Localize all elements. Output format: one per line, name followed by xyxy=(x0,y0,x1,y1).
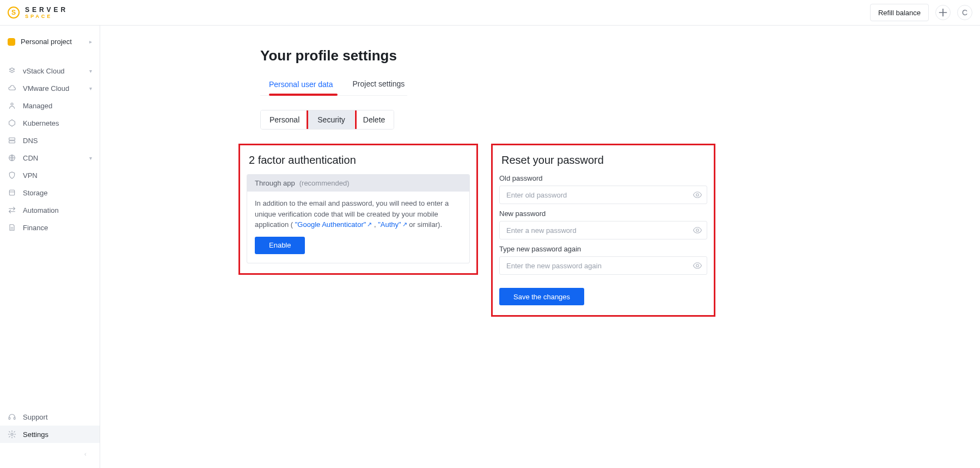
sidebar-item-settings[interactable]: Settings xyxy=(0,426,100,443)
svg-point-2 xyxy=(11,103,13,105)
project-color-icon xyxy=(8,38,15,46)
finance-icon xyxy=(8,223,16,232)
sidebar-footer: Support Settings xyxy=(0,408,100,468)
sidebar-item-label: CDN xyxy=(23,154,38,162)
plus-icon xyxy=(936,5,950,20)
svg-marker-3 xyxy=(9,120,15,126)
sidebar-item-label: Automation xyxy=(23,206,59,214)
gear-icon xyxy=(8,430,16,439)
chevron-down-icon: ▾ xyxy=(89,155,92,161)
sidebar-item-label: VPN xyxy=(23,171,38,180)
two-factor-description: In addition to the email and password, y… xyxy=(247,192,469,263)
svg-rect-12 xyxy=(14,417,15,420)
sidebar-item-managed[interactable]: Managed xyxy=(0,97,100,114)
toggle-visibility-button[interactable] xyxy=(692,189,703,200)
sidebar-item-label: Kubernetes xyxy=(23,119,59,127)
user-avatar[interactable]: C xyxy=(957,5,972,20)
svg-rect-4 xyxy=(9,138,15,140)
two-factor-tab-through-app[interactable]: Through app (recommended) xyxy=(247,175,469,192)
external-link-icon: ↗ xyxy=(402,220,407,229)
enable-2fa-button[interactable]: Enable xyxy=(255,237,305,254)
sidebar-item-label: Storage xyxy=(23,189,48,197)
chevron-down-icon: ▾ xyxy=(89,68,92,74)
external-link-icon: ↗ xyxy=(367,220,372,229)
sidebar-item-cdn[interactable]: CDN ▾ xyxy=(0,149,100,167)
sidebar-item-vmware-cloud[interactable]: VMware Cloud ▾ xyxy=(0,79,100,97)
refill-balance-button[interactable]: Refill balance xyxy=(870,4,929,21)
automation-icon xyxy=(8,206,16,214)
svg-rect-5 xyxy=(9,141,15,143)
cloud-icon xyxy=(8,84,16,93)
add-button[interactable] xyxy=(935,5,951,20)
sidebar-item-dns[interactable]: DNS xyxy=(0,132,100,149)
confirm-password-label: Type new password again xyxy=(499,245,707,253)
sidebar-item-label: VMware Cloud xyxy=(23,84,69,93)
profile-subnav: Personal Security Delete xyxy=(260,110,394,130)
top-actions: Refill balance C xyxy=(870,4,972,21)
eye-icon xyxy=(693,261,702,270)
project-name: Personal project xyxy=(21,38,72,46)
page-title: Your profile settings xyxy=(260,47,870,64)
headset-icon xyxy=(8,412,16,421)
tab-project-settings[interactable]: Project settings xyxy=(353,79,405,95)
stack-icon xyxy=(8,66,16,75)
sidebar-nav: vStack Cloud ▾ VMware Cloud ▾ xyxy=(0,62,100,236)
shield-icon xyxy=(8,171,16,180)
sidebar-item-label: Support xyxy=(23,413,48,421)
main-content: Your profile settings Personal user data… xyxy=(100,26,980,468)
twofa-text-suffix: or similar). xyxy=(409,220,442,229)
eye-icon xyxy=(693,190,702,200)
two-factor-tab-label: Through app xyxy=(255,179,295,187)
svg-rect-7 xyxy=(9,190,14,195)
two-factor-heading: 2 factor authentication xyxy=(249,154,468,167)
toggle-visibility-button[interactable] xyxy=(692,260,703,271)
svg-point-13 xyxy=(11,433,13,435)
segment-delete[interactable]: Delete xyxy=(354,110,394,129)
save-password-button[interactable]: Save the changes xyxy=(499,288,584,305)
sidebar-item-label: vStack Cloud xyxy=(23,67,65,75)
brand-logo-icon xyxy=(8,7,20,19)
settings-tabs: Personal user data Project settings xyxy=(260,79,407,96)
eye-icon xyxy=(693,225,702,235)
kubernetes-icon xyxy=(8,119,16,127)
brand-wordmark: SERVER SPACE xyxy=(25,7,68,19)
two-factor-card: Through app (recommended) In addition to… xyxy=(247,174,470,263)
chevron-down-icon: ▾ xyxy=(89,85,92,91)
project-switcher[interactable]: Personal project ▸ xyxy=(0,33,100,50)
brand-line2: SPACE xyxy=(25,14,68,19)
new-password-label: New password xyxy=(499,210,707,218)
svg-rect-11 xyxy=(9,417,10,420)
segment-security[interactable]: Security xyxy=(309,110,354,129)
old-password-label: Old password xyxy=(499,174,707,182)
two-factor-tab-recommended: (recommended) xyxy=(299,179,350,187)
sidebar-item-vpn[interactable]: VPN xyxy=(0,167,100,184)
sidebar-item-automation[interactable]: Automation xyxy=(0,201,100,219)
sidebar-item-support[interactable]: Support xyxy=(0,408,100,426)
tab-personal-user-data[interactable]: Personal user data xyxy=(269,80,333,96)
brand-line1: SERVER xyxy=(25,7,68,13)
sidebar-item-storage[interactable]: Storage xyxy=(0,184,100,201)
avatar-initial: C xyxy=(962,8,967,17)
link-google-authenticator[interactable]: "Google Authenticator" xyxy=(295,220,366,229)
sidebar-item-label: Managed xyxy=(23,102,52,110)
svg-point-14 xyxy=(696,194,699,196)
confirm-password-input[interactable] xyxy=(499,256,707,275)
chevron-left-icon xyxy=(83,452,88,457)
new-password-input[interactable] xyxy=(499,221,707,239)
reset-password-heading: Reset your password xyxy=(501,154,705,167)
dns-icon xyxy=(8,136,16,145)
old-password-input[interactable] xyxy=(499,186,707,204)
reset-password-panel: Reset your password Old password New pas… xyxy=(491,144,715,317)
sidebar-item-finance[interactable]: Finance xyxy=(0,219,100,236)
person-icon xyxy=(8,101,16,110)
sidebar-item-label: Settings xyxy=(23,430,48,439)
storage-icon xyxy=(8,188,16,197)
sidebar-item-vstack-cloud[interactable]: vStack Cloud ▾ xyxy=(0,62,100,79)
toggle-visibility-button[interactable] xyxy=(692,225,703,236)
sidebar-collapse-button[interactable] xyxy=(80,448,91,459)
sidebar-item-kubernetes[interactable]: Kubernetes xyxy=(0,114,100,132)
segment-personal[interactable]: Personal xyxy=(261,110,309,129)
chevron-right-icon: ▸ xyxy=(89,39,92,45)
globe-icon xyxy=(8,153,16,162)
link-authy[interactable]: "Authy" xyxy=(378,220,401,229)
